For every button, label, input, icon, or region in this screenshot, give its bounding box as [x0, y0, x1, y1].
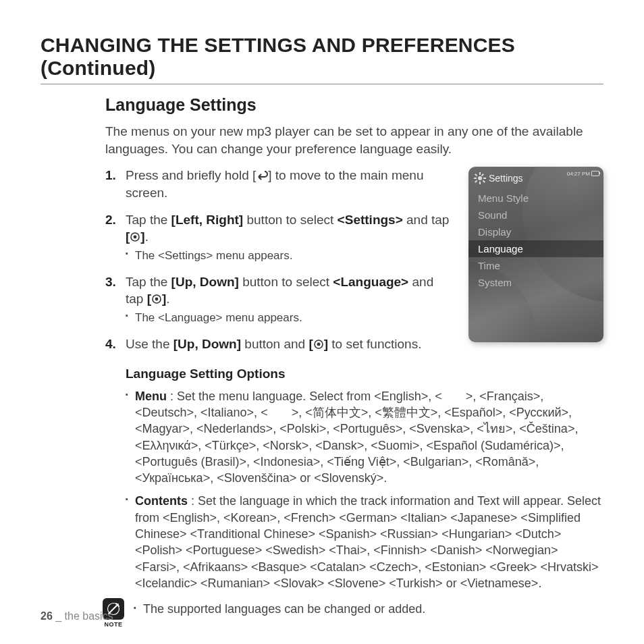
step-2-sub: The <Settings> menu appears. [126, 248, 452, 264]
svg-rect-8 [479, 182, 481, 184]
page-title: CHANGING THE SETTINGS AND PREFERENCES (C… [41, 34, 603, 80]
device-menu: Menu StyleSoundDisplayLanguageTimeSystem [468, 187, 603, 294]
device-menu-item: Sound [468, 207, 603, 223]
step-1-text-a: Press and briefly hold [ [126, 168, 256, 182]
step-2: Tap the [Left, Right] button to select <… [105, 211, 452, 264]
page-footer: 26 _ the basics [41, 610, 113, 622]
option-contents-text: : Set the language in which the track in… [135, 494, 601, 589]
option-menu-text: : Set the menu language. Select from <En… [135, 390, 578, 485]
svg-point-3 [155, 298, 159, 301]
option-contents-label: Contents [135, 494, 188, 508]
svg-rect-10 [483, 178, 486, 179]
title-divider [41, 84, 603, 84]
device-menu-item: Language [468, 240, 603, 257]
svg-point-1 [134, 236, 137, 239]
device-menu-item: Display [468, 223, 603, 240]
step-3-text-c: button to select [239, 275, 333, 289]
section-heading: Language Settings [105, 95, 603, 115]
step-2-text-c: button to select [243, 213, 337, 227]
step-3-sub: The <Language> menu appears. [126, 311, 452, 326]
svg-rect-9 [474, 178, 477, 179]
device-menu-item: Time [468, 257, 603, 274]
step-2-bold-1: [Left, Right] [171, 213, 244, 227]
svg-rect-7 [479, 172, 481, 175]
page-number: 26 [41, 610, 53, 622]
step-4-text-c: button and [241, 337, 308, 351]
option-menu: Menu : Set the menu language. Select fro… [126, 388, 603, 487]
select-icon [130, 232, 140, 242]
device-time: 04:27 PM [567, 171, 590, 177]
step-4-text-a: Use the [126, 337, 173, 351]
device-title: Settings [489, 173, 523, 184]
device-menu-item: Menu Style [468, 190, 603, 207]
device-screenshot: Settings 04:27 PM Menu StyleSoundDisplay… [468, 167, 603, 342]
step-2-text-a: Tap the [126, 213, 171, 227]
gear-icon [474, 172, 486, 184]
svg-point-5 [317, 343, 320, 346]
battery-icon [591, 171, 599, 176]
option-menu-label: Menu [135, 390, 167, 403]
chapter-name: the basics [65, 610, 113, 622]
svg-rect-11 [475, 173, 477, 176]
intro-paragraph: The menus on your new mp3 player can be … [105, 123, 603, 157]
step-3: Tap the [Up, Down] button to select <Lan… [105, 273, 452, 326]
steps-column: Press and briefly hold [] to move to the… [105, 167, 452, 362]
svg-rect-12 [483, 180, 485, 183]
svg-point-6 [478, 176, 482, 180]
step-3-bold-1: [Up, Down] [171, 275, 239, 289]
footer-sep: _ [53, 610, 65, 622]
option-contents: Contents : Set the language in which the… [126, 493, 603, 591]
step-2-text-h: . [145, 230, 149, 244]
step-3-bold-2: <Language> [333, 275, 408, 289]
step-4: Use the [Up, Down] button and [] to set … [105, 336, 452, 353]
select-icon [151, 294, 162, 304]
step-2-bold-2: <Settings> [338, 213, 403, 227]
select-icon [313, 339, 324, 350]
svg-rect-13 [481, 173, 484, 176]
step-4-bold-1: [Up, Down] [173, 337, 241, 351]
device-menu-item: System [468, 274, 603, 291]
back-icon [256, 170, 268, 181]
step-3-text-h: . [166, 292, 169, 306]
options-heading: Language Setting Options [126, 367, 603, 381]
step-2-text-e: and tap [403, 213, 450, 227]
step-3-text-a: Tap the [126, 275, 171, 289]
note-text: The supported languages can be changed o… [134, 598, 425, 616]
step-4-text-f: to set functions. [328, 337, 421, 351]
svg-rect-14 [475, 180, 477, 183]
step-1: Press and briefly hold [] to move to the… [105, 167, 452, 201]
